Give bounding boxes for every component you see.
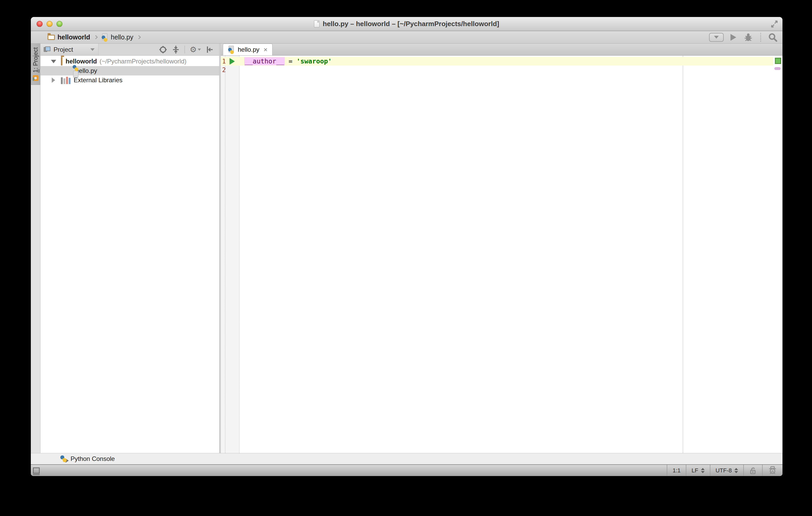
folder-icon	[61, 57, 62, 65]
chevron-down-icon	[714, 36, 719, 39]
stripe-highlight-mark[interactable]	[774, 67, 781, 70]
tab-label: : Project	[32, 47, 39, 69]
editor-column: hello.py × 1 __author__ = 'swaroop' 2	[221, 43, 782, 453]
folder-icon	[48, 35, 55, 40]
close-tab-icon[interactable]: ×	[264, 46, 267, 53]
collapse-all-icon[interactable]	[172, 45, 180, 54]
inspection-profile-widget[interactable]	[762, 465, 782, 476]
collapse-caret-icon[interactable]	[51, 60, 56, 63]
run-line-marker-icon[interactable]	[230, 58, 235, 64]
hector-inspector-icon	[768, 466, 777, 475]
tree-row-external-libraries[interactable]: External Libraries	[40, 75, 219, 85]
project-toolwindow-icon	[33, 75, 38, 81]
code-line-2: 2	[221, 65, 773, 74]
project-tree: helloworld (~/PycharmProjects/helloworld…	[40, 56, 219, 453]
debug-button[interactable]	[743, 33, 753, 42]
settings-gear-icon[interactable]: ⚙	[190, 46, 201, 54]
tree-row-hello-py[interactable]: hello.py	[40, 66, 219, 75]
tool-stripe-tab-project[interactable]: 1: Project	[31, 43, 40, 85]
window-title: hello.py – helloworld – [~/PycharmProjec…	[323, 20, 499, 28]
navigation-bar: helloworld hello.py	[31, 31, 782, 43]
token-operator: =	[285, 57, 296, 65]
title-bar: hello.py – helloworld – [~/PycharmProjec…	[31, 17, 782, 31]
sort-arrows-icon	[734, 468, 738, 473]
sort-arrows-icon	[701, 468, 705, 473]
caret-position-widget[interactable]: 1:1	[667, 465, 686, 476]
left-tool-stripe: 1: Project	[31, 43, 40, 453]
status-widgets: 1:1 LF UTF-8	[667, 465, 782, 476]
python-file-icon	[228, 46, 235, 54]
close-window-button[interactable]	[36, 21, 42, 27]
main-content: 1: Project Project	[31, 43, 782, 453]
breadcrumb-project[interactable]: helloworld	[48, 33, 90, 41]
token-string: 'swaroop'	[296, 57, 332, 65]
window-title-group: hello.py – helloworld – [~/PycharmProjec…	[314, 20, 499, 28]
unlock-icon	[749, 466, 757, 475]
run-button[interactable]	[730, 34, 736, 41]
python-console-icon	[60, 455, 67, 462]
code-editor[interactable]: 1 __author__ = 'swaroop' 2	[221, 56, 782, 453]
readonly-toggle-widget[interactable]	[743, 465, 762, 476]
project-view-icon	[44, 47, 51, 53]
editor-tab-hello-py[interactable]: hello.py ×	[223, 43, 272, 55]
traffic-lights	[36, 17, 62, 31]
run-config-dropdown[interactable]	[709, 33, 724, 42]
status-bar: 1:1 LF UTF-8	[31, 464, 782, 476]
bottom-tool-bar: Python Console	[31, 453, 782, 464]
breadcrumb-file[interactable]: hello.py	[102, 33, 133, 41]
python-file-icon	[102, 33, 108, 41]
hide-panel-icon[interactable]	[206, 45, 213, 54]
project-panel: Project	[40, 43, 219, 453]
editor-tab-bar: hello.py ×	[221, 43, 782, 56]
token-dunder: __author__	[244, 57, 285, 65]
line-separator-widget[interactable]: LF	[686, 465, 710, 476]
toolbar-separator	[184, 46, 185, 54]
fullscreen-icon[interactable]	[770, 20, 779, 28]
run-toolbar	[709, 32, 778, 42]
right-margin-guide	[683, 56, 683, 453]
chevron-down-icon	[90, 48, 94, 51]
chevron-right-icon	[137, 35, 141, 39]
toolbar-separator	[760, 33, 761, 42]
pycharm-window: hello.py – helloworld – [~/PycharmProjec…	[31, 17, 782, 476]
project-panel-toolbar: ⚙	[159, 45, 219, 54]
chevron-right-icon	[94, 35, 98, 39]
search-everywhere-button[interactable]	[768, 32, 778, 42]
line-number[interactable]: 1	[221, 58, 225, 65]
project-panel-header: Project	[40, 43, 219, 56]
expand-caret-icon[interactable]	[52, 78, 55, 83]
python-console-button[interactable]: Python Console	[60, 455, 115, 462]
line-number[interactable]: 2	[221, 66, 225, 73]
libraries-icon	[61, 76, 70, 84]
toggle-toolwindow-bars-icon[interactable]	[33, 467, 40, 474]
breadcrumb: helloworld hello.py	[48, 33, 141, 41]
code-line-1: 1 __author__ = 'swaroop'	[221, 57, 773, 65]
scroll-from-source-icon[interactable]	[159, 45, 167, 54]
zoom-window-button[interactable]	[56, 21, 62, 27]
document-icon	[314, 20, 320, 27]
tab-shortcut-number: 1	[32, 69, 39, 72]
inspection-stripe	[773, 56, 782, 453]
project-view-dropdown[interactable]: Project	[40, 43, 98, 55]
encoding-widget[interactable]: UTF-8	[710, 465, 743, 476]
tree-row-helloworld[interactable]: helloworld (~/PycharmProjects/helloworld…	[40, 57, 219, 66]
minimize-window-button[interactable]	[47, 21, 53, 27]
editor-gutter	[221, 56, 239, 453]
inspection-status-ok-icon[interactable]	[775, 58, 781, 64]
